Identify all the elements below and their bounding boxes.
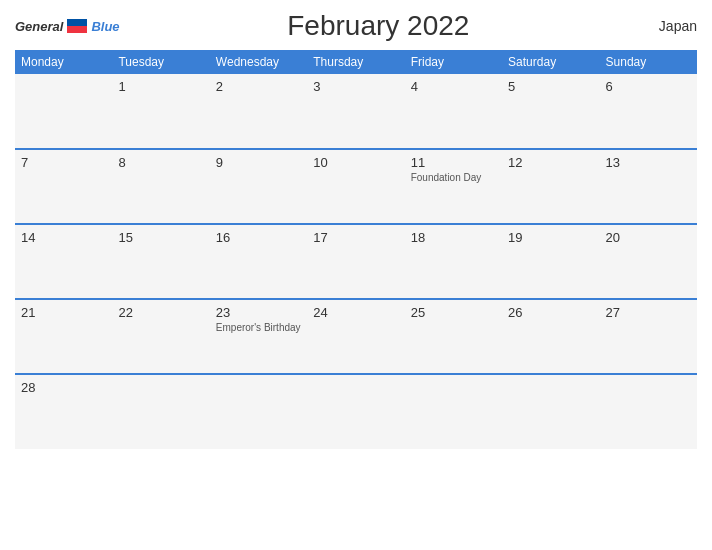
table-cell: 3 bbox=[307, 74, 404, 149]
col-tuesday: Tuesday bbox=[112, 50, 209, 74]
day-number: 2 bbox=[216, 79, 301, 94]
day-number: 27 bbox=[606, 305, 691, 320]
logo-blue-text: Blue bbox=[91, 19, 119, 34]
day-number: 23 bbox=[216, 305, 301, 320]
day-number: 14 bbox=[21, 230, 106, 245]
table-cell bbox=[600, 374, 697, 449]
day-number: 4 bbox=[411, 79, 496, 94]
event-label: Emperor's Birthday bbox=[216, 322, 301, 333]
table-cell: 10 bbox=[307, 149, 404, 224]
day-number: 9 bbox=[216, 155, 301, 170]
day-number: 28 bbox=[21, 380, 106, 395]
day-number: 24 bbox=[313, 305, 398, 320]
day-number: 16 bbox=[216, 230, 301, 245]
table-cell: 2 bbox=[210, 74, 307, 149]
table-cell: 27 bbox=[600, 299, 697, 374]
table-cell: 15 bbox=[112, 224, 209, 299]
day-number: 3 bbox=[313, 79, 398, 94]
calendar-header-row: Monday Tuesday Wednesday Thursday Friday… bbox=[15, 50, 697, 74]
day-number: 6 bbox=[606, 79, 691, 94]
calendar-header: General Blue February 2022 Japan bbox=[15, 10, 697, 42]
day-number: 12 bbox=[508, 155, 593, 170]
table-cell: 22 bbox=[112, 299, 209, 374]
day-number: 20 bbox=[606, 230, 691, 245]
table-cell: 24 bbox=[307, 299, 404, 374]
day-number: 5 bbox=[508, 79, 593, 94]
logo-flag-icon bbox=[67, 19, 87, 33]
day-number: 21 bbox=[21, 305, 106, 320]
table-cell: 11Foundation Day bbox=[405, 149, 502, 224]
table-cell: 17 bbox=[307, 224, 404, 299]
table-cell: 25 bbox=[405, 299, 502, 374]
table-cell bbox=[405, 374, 502, 449]
day-number: 10 bbox=[313, 155, 398, 170]
table-cell bbox=[15, 74, 112, 149]
day-number: 18 bbox=[411, 230, 496, 245]
calendar-title: February 2022 bbox=[120, 10, 637, 42]
col-saturday: Saturday bbox=[502, 50, 599, 74]
table-cell bbox=[112, 374, 209, 449]
col-monday: Monday bbox=[15, 50, 112, 74]
table-cell: 21 bbox=[15, 299, 112, 374]
day-number: 17 bbox=[313, 230, 398, 245]
table-cell: 14 bbox=[15, 224, 112, 299]
table-cell: 7 bbox=[15, 149, 112, 224]
table-cell: 19 bbox=[502, 224, 599, 299]
table-cell bbox=[502, 374, 599, 449]
table-cell bbox=[307, 374, 404, 449]
day-number: 1 bbox=[118, 79, 203, 94]
table-cell: 18 bbox=[405, 224, 502, 299]
day-number: 7 bbox=[21, 155, 106, 170]
svg-rect-1 bbox=[67, 26, 87, 33]
table-cell: 13 bbox=[600, 149, 697, 224]
day-number: 15 bbox=[118, 230, 203, 245]
day-number: 25 bbox=[411, 305, 496, 320]
table-cell: 23Emperor's Birthday bbox=[210, 299, 307, 374]
day-number: 11 bbox=[411, 155, 496, 170]
table-cell: 1 bbox=[112, 74, 209, 149]
table-cell: 26 bbox=[502, 299, 599, 374]
calendar-table: Monday Tuesday Wednesday Thursday Friday… bbox=[15, 50, 697, 449]
table-cell: 8 bbox=[112, 149, 209, 224]
table-cell: 20 bbox=[600, 224, 697, 299]
day-number: 19 bbox=[508, 230, 593, 245]
day-number: 22 bbox=[118, 305, 203, 320]
table-cell: 4 bbox=[405, 74, 502, 149]
event-label: Foundation Day bbox=[411, 172, 496, 183]
table-cell: 12 bbox=[502, 149, 599, 224]
svg-rect-0 bbox=[67, 19, 87, 26]
day-number: 8 bbox=[118, 155, 203, 170]
col-wednesday: Wednesday bbox=[210, 50, 307, 74]
calendar-container: General Blue February 2022 Japan Monday … bbox=[0, 0, 712, 550]
table-cell bbox=[210, 374, 307, 449]
col-friday: Friday bbox=[405, 50, 502, 74]
day-number: 26 bbox=[508, 305, 593, 320]
table-cell: 28 bbox=[15, 374, 112, 449]
country-label: Japan bbox=[637, 18, 697, 34]
col-sunday: Sunday bbox=[600, 50, 697, 74]
table-cell: 9 bbox=[210, 149, 307, 224]
col-thursday: Thursday bbox=[307, 50, 404, 74]
table-cell: 6 bbox=[600, 74, 697, 149]
table-cell: 16 bbox=[210, 224, 307, 299]
logo: General Blue bbox=[15, 17, 120, 35]
calendar-body: 1234567891011Foundation Day1213141516171… bbox=[15, 74, 697, 449]
day-number: 13 bbox=[606, 155, 691, 170]
table-cell: 5 bbox=[502, 74, 599, 149]
logo-general-text: General bbox=[15, 19, 63, 34]
